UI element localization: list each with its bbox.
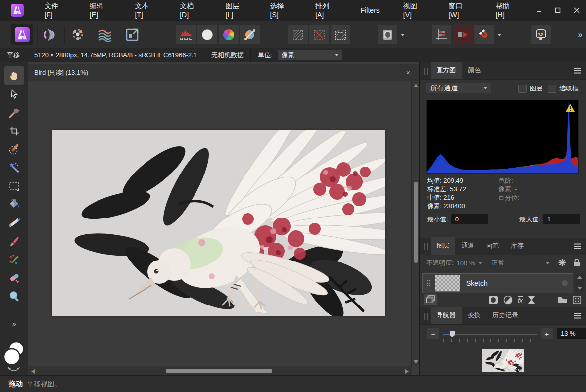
layer-row-sketch[interactable]: Sketch [422, 273, 573, 293]
marquee-checkbox[interactable] [548, 85, 556, 93]
invert-selection-button[interactable] [331, 25, 350, 44]
blend-gear-icon[interactable] [558, 258, 567, 267]
tools-overflow-button[interactable]: » [4, 314, 24, 333]
select-all-button[interactable] [288, 25, 308, 44]
live-filter-icon[interactable] [528, 296, 535, 304]
blur-tool[interactable] [4, 287, 24, 305]
close-button[interactable] [567, 0, 586, 21]
scroll-left-icon[interactable] [31, 369, 35, 374]
histogram-chart[interactable] [426, 100, 579, 174]
horizontal-scrollbar[interactable] [28, 366, 412, 376]
erase-tool[interactable] [4, 268, 24, 287]
mask-layer-icon[interactable] [488, 296, 498, 304]
panel-menu-icon[interactable] [573, 312, 581, 321]
selection-brush-tool[interactable] [4, 140, 24, 158]
vertical-scroll-thumb[interactable] [414, 182, 418, 263]
chevron-down-icon[interactable] [478, 262, 482, 264]
tab-history[interactable]: 历史记录 [487, 307, 524, 324]
opacity-value[interactable]: 100 % [457, 260, 475, 267]
menu-arrange[interactable]: 排列[A] [303, 0, 349, 21]
scroll-up-icon[interactable] [414, 84, 418, 87]
blend-mode-chevron-icon[interactable] [546, 262, 550, 264]
navigator-thumbnail[interactable] [482, 349, 524, 372]
develop-persona-button[interactable] [67, 24, 89, 45]
tab-transform[interactable]: 变换 [462, 307, 487, 324]
adjustment-layer-icon[interactable] [503, 295, 513, 305]
zoom-out-button[interactable]: − [427, 328, 439, 339]
document-tab[interactable]: Bird [只读] (13.1%) × [28, 64, 420, 81]
scroll-down-icon[interactable] [575, 286, 584, 291]
flood-fill-tool[interactable] [4, 195, 24, 213]
tab-histogram[interactable]: 直方图 [431, 62, 462, 79]
blend-mode-value[interactable]: 正常 [492, 259, 505, 267]
marquee-tool[interactable] [4, 176, 24, 195]
zoom-in-button[interactable]: + [541, 328, 553, 339]
menu-select[interactable]: 选择[S] [258, 0, 304, 21]
auto-levels-button[interactable] [176, 25, 196, 44]
menu-view[interactable]: 视图[V] [391, 0, 437, 21]
panel-menu-icon[interactable] [573, 243, 581, 251]
maximize-button[interactable] [548, 0, 567, 21]
layer-checkbox[interactable] [518, 85, 527, 93]
crop-tool[interactable] [4, 122, 24, 140]
scroll-up-icon[interactable] [575, 275, 584, 280]
assistant-button[interactable] [531, 25, 551, 44]
pattern-layer-icon[interactable] [573, 296, 581, 304]
minimize-button[interactable] [530, 0, 548, 21]
insert-behaviour-button[interactable] [453, 25, 473, 44]
tab-channels[interactable]: 通道 [455, 237, 480, 255]
liquify-persona-button[interactable] [40, 24, 61, 45]
auto-contrast-button[interactable] [197, 25, 217, 44]
tab-layers[interactable]: 图层 [431, 237, 455, 255]
tab-close-icon[interactable]: × [402, 69, 414, 77]
menu-layer[interactable]: 图层[L] [214, 0, 258, 21]
tab-brushes[interactable]: 画笔 [480, 237, 505, 255]
colour-swatches[interactable] [1, 338, 28, 374]
zoom-value-field[interactable]: 13 % [557, 328, 586, 339]
group-layers-icon[interactable] [558, 296, 568, 304]
toolbar-overflow-button[interactable]: » [570, 25, 586, 44]
quick-mask-dropdown[interactable] [397, 25, 408, 44]
colour-picker-tool[interactable] [4, 103, 24, 122]
move-tool[interactable] [4, 85, 24, 103]
menu-file[interactable]: 文件[F] [33, 0, 78, 21]
paint-brush-tool[interactable] [4, 232, 24, 250]
tone-mapping-persona-button[interactable] [94, 24, 116, 45]
assistant-manager-button[interactable] [432, 25, 451, 44]
min-value-field[interactable]: 0 [451, 214, 488, 224]
colour-replacement-brush-tool[interactable] [4, 250, 24, 268]
menu-text[interactable]: 文本[T] [123, 0, 168, 21]
units-dropdown[interactable]: 像素 [278, 50, 342, 60]
gradient-tool[interactable] [4, 213, 24, 231]
menu-edit[interactable]: 编辑[E] [78, 0, 123, 21]
deselect-button[interactable] [309, 25, 329, 44]
auto-colours-button[interactable] [219, 25, 239, 44]
photo-persona-button[interactable] [11, 24, 33, 45]
export-persona-button[interactable] [121, 24, 143, 45]
menu-document[interactable]: 文档[D] [168, 0, 213, 21]
menu-filters[interactable]: Filters [349, 0, 391, 21]
duplicate-layer-button[interactable] [424, 294, 437, 305]
marquee-checkbox-group[interactable]: 选取框 [548, 84, 579, 93]
menu-window[interactable]: 窗口[W] [437, 0, 484, 21]
tab-stock[interactable]: 库存 [505, 237, 530, 255]
layer-checkbox-group[interactable]: 图层 [518, 84, 542, 93]
zoom-slider[interactable] [443, 334, 537, 335]
scroll-right-icon[interactable] [405, 369, 409, 374]
panel-grip-icon[interactable] [424, 243, 428, 250]
horizontal-scroll-thumb[interactable] [166, 369, 272, 373]
tab-navigator[interactable]: 导航器 [431, 307, 462, 324]
menu-help[interactable]: 帮助[H] [484, 0, 530, 21]
snapping-button[interactable] [474, 25, 494, 44]
layer-name[interactable]: Sketch [466, 279, 488, 287]
lock-icon[interactable] [573, 258, 581, 267]
scroll-down-icon[interactable] [414, 360, 418, 364]
view-tool[interactable] [4, 66, 24, 85]
auto-white-balance-button[interactable] [240, 25, 260, 44]
quick-mask-button[interactable] [378, 25, 397, 44]
channel-dropdown[interactable]: 所有通道 [426, 83, 491, 93]
layers-scrollbar[interactable] [575, 273, 584, 292]
layer-visibility-toggle[interactable] [562, 280, 568, 286]
flood-select-tool[interactable] [4, 158, 24, 176]
canvas-viewport[interactable] [28, 81, 412, 366]
